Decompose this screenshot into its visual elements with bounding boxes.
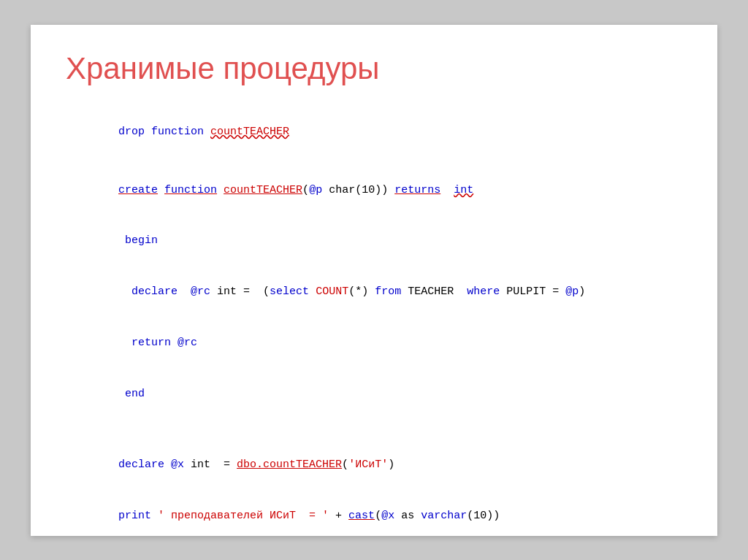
kw-begin: begin [125,234,158,247]
kw-create: create [118,184,158,196]
params: ( [302,184,309,196]
kw-space1 [158,184,164,196]
kw-drop: drop [118,126,151,138]
spaces-declare [118,285,131,298]
space4 [440,184,454,196]
var-rc: @rc [191,285,210,298]
slide-title: Хранимые процедуры [66,51,682,86]
fn-countteacher-1: countTEACHER [210,126,289,138]
space9: PULPIT = [500,285,565,298]
code-line-select: select dbo.countTEACHER('ИСиТ') [66,542,682,561]
space5 [178,285,191,298]
fn-dbo-1: dbo.countTEACHER [237,459,342,471]
code-line-print: print ' преподавателей ИСиТ = ' + cast(@… [66,491,682,542]
space6: int = ( [210,285,270,298]
kw-select-inner: select [270,285,309,298]
str-label: ' преподавателей ИСиТ = ' [158,510,329,522]
slide: Хранимые процедуры drop function countTE… [31,25,717,536]
code-line-decx: declare @x int = dbo.countTEACHER('ИСиТ'… [66,440,682,491]
var-x: @x [171,459,184,471]
space13 [151,510,158,522]
paren-open-1: ( [342,459,348,471]
fn-count: COUNT [316,285,348,298]
code-line-begin: begin [66,215,682,266]
paren-close-1: ) [388,459,394,471]
space7 [309,285,316,298]
close-paren: ) [579,285,585,298]
code-section-usage: declare @x int = dbo.countTEACHER('ИСиТ'… [66,440,682,560]
spaces-return [118,337,131,349]
code-line-create: create function countTEACHER(@p char(10)… [66,164,682,215]
kw-from: from [375,285,401,298]
kw-print: print [118,510,151,522]
space-end [118,388,125,400]
code-section-drop: drop function countTEACHER [66,107,682,158]
count-star: (*) [348,285,375,298]
kw-end: end [125,388,145,400]
var-p: @p [565,285,579,298]
str-isit-1: 'ИСиТ' [348,459,388,471]
kw-return: return [131,337,171,349]
kw-returns: returns [394,184,440,196]
cast-close: (10)) [467,510,500,522]
space3: char(10)) [322,184,394,196]
space15: as [394,510,421,522]
code-block: drop function countTEACHER create functi… [66,107,682,561]
blank-lines [66,426,682,440]
fn-cast: cast [348,510,375,522]
space12: int = [184,459,237,471]
kw-varchar: varchar [421,510,467,522]
space14: + [329,510,348,522]
code-section-create: create function countTEACHER(@p char(10)… [66,164,682,419]
code-line-end: end [66,368,682,419]
space2 [217,184,224,196]
kw-declare-2: declare [118,459,164,471]
code-line-drop: drop function countTEACHER [66,107,682,158]
space11 [164,459,171,471]
kw-declare-1: declare [131,285,178,298]
kw-function-2: function [164,184,217,196]
fn-countteacher-2: countTEACHER [224,184,302,196]
param-p: @p [309,184,322,196]
kw-function-1: function [151,126,210,138]
space8: TEACHER [401,285,467,298]
kw-where: where [467,285,500,298]
code-line-declare: declare @rc int = (select COUNT(*) from … [66,266,682,318]
cast-open: ( [375,510,381,522]
var-rc-2: @rc [178,337,197,349]
space-begin [118,234,125,247]
space10 [171,337,178,349]
kw-int-1: int [454,184,473,196]
code-line-return: return @rc [66,318,682,369]
var-x-2: @x [381,510,394,522]
